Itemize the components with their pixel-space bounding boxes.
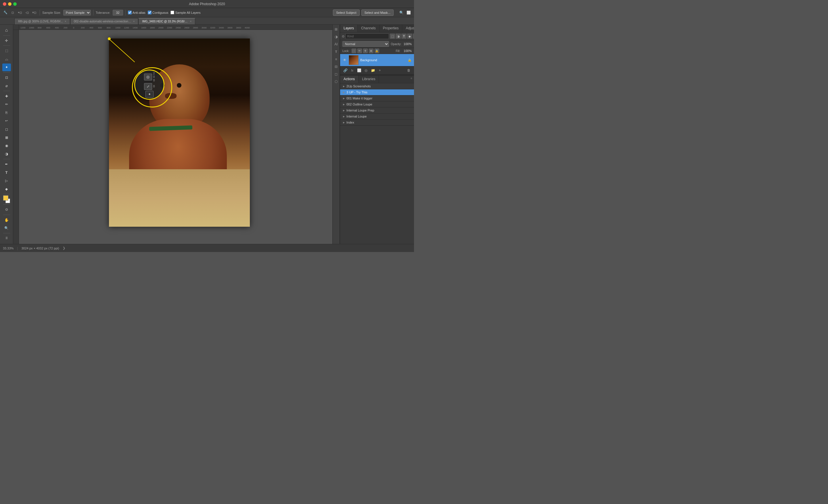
history-brush-tool[interactable]: ↩ [2,117,11,125]
panel-3d-icon[interactable]: ⬡ [333,79,339,85]
properties-tab[interactable]: Properties [379,25,403,32]
lock-move-icon[interactable]: ✛ [363,49,368,53]
lock-checkerboard-icon[interactable]: ⬚ [351,49,356,53]
wand-options[interactable]: ◻ [9,9,16,16]
libraries-tab[interactable]: Libraries [359,76,379,83]
action-item-internal-loupe[interactable]: ▶ Internal Loupe [340,113,414,120]
layer-search-input[interactable] [345,33,389,39]
layer-background[interactable]: 👁 Background 🔒 [340,54,414,66]
filter-shape-icon[interactable]: ◆ [407,34,412,39]
actions-menu-icon[interactable]: ≡ [409,76,414,83]
actions-tab[interactable]: Actions [340,76,359,83]
lock-artboard-icon[interactable]: ⊞ [369,49,373,53]
fx-icon[interactable]: fx [349,67,355,73]
chevron-icon: ▶ [343,85,345,88]
panel-ai-icon[interactable]: AI [333,41,339,47]
add-layer-icon[interactable]: + [377,67,383,73]
magic-wand-tool[interactable]: ✦ [2,63,11,71]
tab-close-1[interactable]: × [65,20,67,23]
tolerance-input[interactable]: 32 [113,10,123,15]
filter-adj-icon[interactable]: ◑ [396,34,401,39]
layers-tab[interactable]: Layers [340,25,358,32]
tab-002[interactable]: 002-disable-automatic-wireless-connectio… [70,18,138,25]
action-item-internal-prep[interactable]: ▶ Internal Loupe Prep [340,107,414,113]
panel-align-left-icon[interactable]: ≡ [333,56,339,62]
brush-tool[interactable]: ✏ [2,101,11,108]
add-adjustment-icon[interactable]: ◎ [363,67,369,73]
subtract-selection[interactable]: -◻ [24,9,30,16]
filter-type-icon[interactable]: T [401,34,407,39]
clone-tool[interactable]: ⎘ [2,109,11,117]
shape-tool[interactable]: ◆ [2,185,11,193]
action-item-002[interactable]: ▶ 002 Outline Loupe [340,101,414,107]
ruler-mark: 4000 [245,27,250,29]
panel-shapes-icon[interactable]: ◻ [333,71,339,77]
eyedropper-tool[interactable]: ⌀ [2,82,11,90]
sample-all-layers-checkbox[interactable]: Sample All Layers [170,11,200,14]
marquee-tool[interactable]: ⬚ [2,47,11,55]
hand-tool[interactable]: ✋ [2,216,11,224]
tolerance-label: Tolerance: [96,11,111,14]
channels-tab[interactable]: Channels [358,25,379,32]
panel-type-icon[interactable]: T [333,49,339,55]
filter-smart-icon[interactable]: ⊕ [413,34,414,39]
filter-pixel-icon[interactable]: ⬚ [390,34,395,39]
move-tool[interactable]: ✛ [2,37,11,45]
zoom-tool[interactable]: 🔍 [2,224,11,232]
link-layers-icon[interactable]: 🔗 [342,67,348,73]
action-item-index[interactable]: ▶ Index [340,120,414,126]
maximize-button[interactable] [13,2,17,6]
select-subject-button[interactable]: Select Subject [333,9,359,16]
adjustments-tab[interactable]: Adjustments [402,25,414,32]
home-button[interactable]: ⌂ [2,27,11,34]
color-swatches[interactable] [2,195,11,203]
screen-mode-icon[interactable]: ⬜ [405,9,412,16]
add-selection[interactable]: +◻ [17,9,23,16]
anti-alias-checkbox[interactable]: Anti-alias [128,11,146,14]
intersect-selection[interactable]: ×◻ [31,9,37,16]
extra-tool[interactable]: ⠿ [2,234,11,242]
panel-align-right-icon[interactable]: ⊟ [333,64,339,70]
layer-visibility-icon[interactable]: 👁 [342,58,347,62]
tab-fifth-jpg[interactable]: fifth.jpg @ 300% (LOVE, RGB/8#... × [14,18,70,25]
main-canvas[interactable]: ◎ 200 ⤢ 0 ✦ [19,30,340,244]
tab-img3400[interactable]: IMG_3400.HEIC @ 33.3% (RGB/8*) × [138,18,195,25]
search-icon[interactable]: 🔍 [398,9,405,16]
layer-name: Background [360,58,406,62]
ruler-mark: 1000 [29,27,34,29]
minimize-button[interactable] [8,2,11,6]
action-item-3up[interactable]: ▶ 3 UP - Try This [340,89,414,95]
blend-mode-select[interactable]: Normal [342,41,389,47]
contiguous-checkbox[interactable]: Contiguous [148,11,168,14]
panel-properties-icon[interactable]: ⊞ [333,27,339,32]
tab-close-2[interactable]: × [133,20,135,23]
lasso-tool[interactable]: ⌓ [2,55,11,63]
healing-tool[interactable]: ✚ [2,92,11,100]
path-select-tool[interactable]: ▷ [2,177,11,185]
blur-tool[interactable]: ◉ [2,142,11,150]
tab-close-3[interactable]: × [190,20,192,23]
panel-adjustments-icon[interactable]: ◑ [333,34,339,40]
close-button[interactable] [3,2,6,6]
filter-toggle[interactable]: ⊙ [342,35,344,38]
add-group-icon[interactable]: 📁 [370,67,376,73]
quick-mask-tool[interactable]: ⊙ [2,206,11,214]
select-mask-button[interactable]: Select and Mask... [361,9,394,16]
add-mask-icon[interactable]: ⬜ [356,67,362,73]
eraser-tool[interactable]: ◻ [2,125,11,133]
sample-size-select[interactable]: Point Sample [63,10,91,15]
type-tool[interactable]: T [2,169,11,176]
status-arrow[interactable]: ❯ [63,246,65,250]
pen-tool[interactable]: ✒ [2,161,11,168]
action-item-001[interactable]: ▶ 001 Make it bigger [340,95,414,101]
lock-all-icon[interactable]: 🔒 [375,49,379,53]
action-item-2up[interactable]: ▶ 2Up Screenshots [340,83,414,89]
crop-tool[interactable]: ⊡ [2,74,11,82]
tool-preset-btn[interactable]: 🔧 [2,9,9,16]
dodge-tool[interactable]: ◑ [2,150,11,158]
delete-layer-icon[interactable]: 🗑 [406,67,412,73]
ruler-mark: 3400 [219,27,224,29]
gradient-tool[interactable]: ▦ [2,134,11,141]
canvas-image[interactable] [109,39,250,227]
lock-brush-icon[interactable]: ✏ [357,49,362,53]
